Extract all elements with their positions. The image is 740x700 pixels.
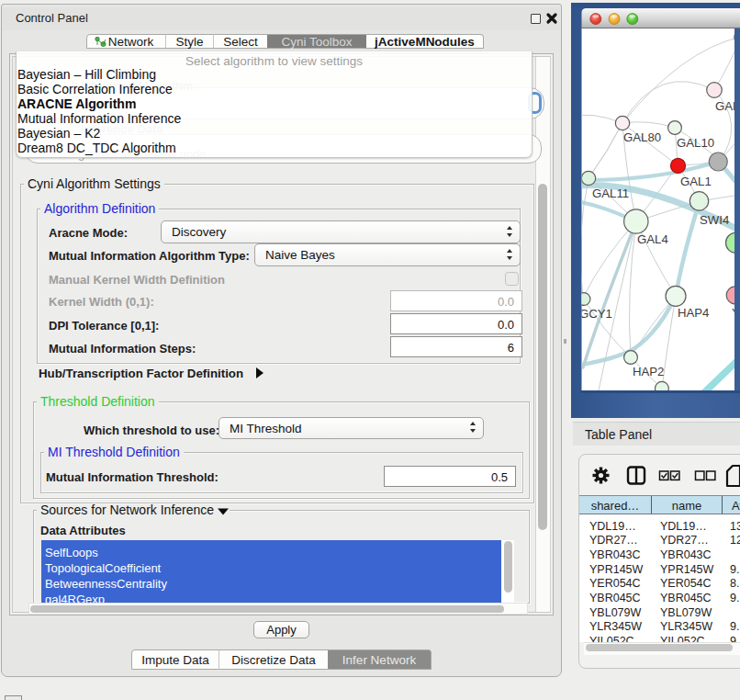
svg-text:SWI4: SWI4 [700, 213, 729, 227]
svg-text:GAL80: GAL80 [623, 130, 661, 144]
svg-text:GAL10: GAL10 [677, 136, 714, 150]
svg-text:GAL11: GAL11 [592, 186, 629, 200]
svg-text:HAP2: HAP2 [633, 365, 664, 378]
svg-text:GCY1: GCY1 [579, 307, 612, 321]
svg-text:GAL4: GAL4 [637, 232, 668, 246]
svg-text:GAL1: GAL1 [680, 175, 712, 188]
svg-text:HAP4: HAP4 [678, 306, 709, 320]
